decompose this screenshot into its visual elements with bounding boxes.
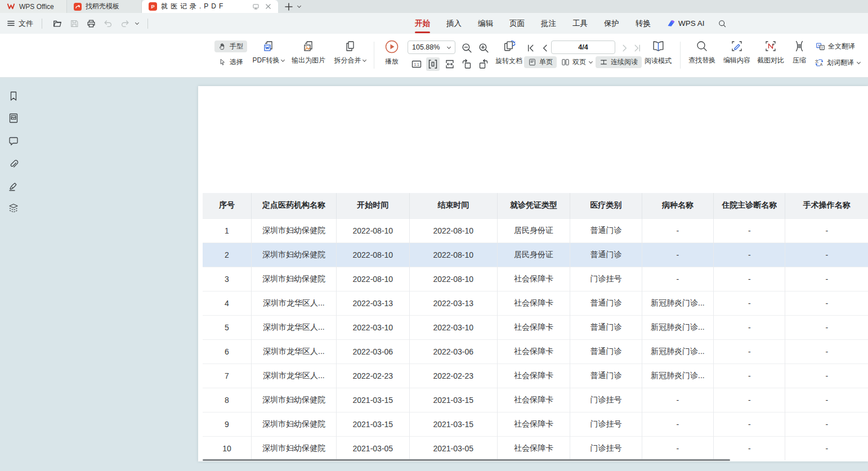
save-icon[interactable] xyxy=(68,17,81,30)
table-cell: - xyxy=(785,436,868,460)
tab-document[interactable]: P 就医记录.PDF xyxy=(142,0,278,13)
hamburger-icon[interactable] xyxy=(7,19,15,28)
menu-home[interactable]: 开始 xyxy=(415,19,430,29)
table-cell: - xyxy=(714,412,785,436)
table-row: 2深圳市妇幼保健院2022-08-102022-08-10居民身份证普通门诊--… xyxy=(203,243,868,267)
undo-icon[interactable] xyxy=(101,17,115,30)
table-cell: 2022-08-10 xyxy=(336,218,409,243)
comment-icon[interactable] xyxy=(7,134,20,148)
table-cell: 2022-03-06 xyxy=(336,339,409,364)
table-cell: - xyxy=(714,339,785,364)
read-mode-button[interactable]: 阅读模式 xyxy=(642,39,674,66)
table-header-cell: 定点医药机构名称 xyxy=(251,193,336,218)
menu-edit[interactable]: 编辑 xyxy=(478,19,493,29)
table-cell: 门诊挂号 xyxy=(570,388,642,412)
table-header-cell: 住院主诊断名称 xyxy=(714,193,785,218)
zoom-level-select[interactable]: 105.88% xyxy=(408,41,455,54)
compress-label: 压缩 xyxy=(793,56,806,65)
double-page-icon xyxy=(561,58,570,66)
select-tool-button[interactable]: 选择 xyxy=(214,56,247,68)
open-file-icon[interactable] xyxy=(51,17,64,30)
rotate-doc-button[interactable]: 旋转文档 xyxy=(493,39,525,66)
word-translate-icon: 文A xyxy=(815,58,824,68)
table-cell: 8 xyxy=(203,388,251,412)
menu-protect[interactable]: 保护 xyxy=(604,19,619,29)
thumbnail-icon[interactable] xyxy=(7,111,20,125)
menu-convert[interactable]: 转换 xyxy=(636,19,651,29)
record-table: 序号定点医药机构名称开始时间结束时间就诊凭证类型医疗类别病种名称住院主诊断名称手… xyxy=(203,193,868,460)
page-indicator-input[interactable]: 4/4 xyxy=(551,41,615,54)
table-cell: 2022-03-13 xyxy=(336,291,409,315)
table-cell: 6 xyxy=(203,339,251,364)
pdf-page[interactable]: 序号定点医药机构名称开始时间结束时间就诊凭证类型医疗类别病种名称住院主诊断名称手… xyxy=(198,86,868,461)
tab-list-chevron-icon[interactable] xyxy=(297,5,301,8)
single-page-button[interactable]: 单页 xyxy=(524,56,557,68)
next-page-icon[interactable] xyxy=(618,42,631,55)
table-cell: - xyxy=(785,388,868,412)
new-tab-icon[interactable] xyxy=(285,3,293,11)
table-cell: 社会保障卡 xyxy=(497,339,570,364)
rotate-left-icon[interactable] xyxy=(460,57,473,71)
menu-page[interactable]: 页面 xyxy=(509,19,525,29)
table-row: 9深圳市妇幼保健院2021-03-152021-03-15社会保障卡门诊挂号--… xyxy=(203,412,868,436)
first-page-icon[interactable] xyxy=(524,42,537,55)
divider xyxy=(147,19,148,29)
split-merge-button[interactable]: 拆分合并 xyxy=(331,39,369,65)
svg-text:A: A xyxy=(818,44,820,47)
export-image-button[interactable]: 输出为图片 xyxy=(289,39,328,65)
fit-width-icon[interactable] xyxy=(426,57,440,71)
bookmark-icon[interactable] xyxy=(7,89,20,103)
table-row: 3深圳市妇幼保健院2022-08-102022-08-10社会保障卡门诊挂号--… xyxy=(203,267,868,291)
menu-insert[interactable]: 插入 xyxy=(446,19,462,29)
export-image-label: 输出为图片 xyxy=(292,56,325,65)
file-menu[interactable]: 文件 xyxy=(19,19,33,29)
quickbar-chevron-icon[interactable] xyxy=(135,21,139,25)
table-cell: 2022-08-10 xyxy=(336,267,409,291)
table-cell: 2022-08-10 xyxy=(409,267,497,291)
rotate-right-icon[interactable] xyxy=(477,57,490,71)
table-cell: 居民身份证 xyxy=(497,218,570,243)
table-row: 1深圳市妇幼保健院2022-08-102022-08-10居民身份证普通门诊--… xyxy=(203,218,868,243)
full-translate-button[interactable]: A文 全文翻译 xyxy=(812,41,859,52)
table-cell: 社会保障卡 xyxy=(497,436,570,460)
pdf-convert-button[interactable]: PDF转换 xyxy=(250,39,287,65)
menu-tools[interactable]: 工具 xyxy=(572,19,588,29)
continuous-read-button[interactable]: 连续阅读 xyxy=(596,56,642,68)
compress-button[interactable]: 压缩 xyxy=(787,39,812,65)
table-cell: 2021-03-05 xyxy=(409,436,497,460)
table-cell: 新冠肺炎门诊... xyxy=(642,291,713,315)
table-cell: - xyxy=(785,291,868,315)
fit-page-icon[interactable] xyxy=(443,57,457,71)
menu-comment[interactable]: 批注 xyxy=(541,19,556,29)
edit-content-button[interactable]: 编辑内容 xyxy=(721,39,753,65)
play-button[interactable]: 播放 xyxy=(379,39,404,66)
menu-search-icon[interactable] xyxy=(718,19,727,28)
table-cell: 社会保障卡 xyxy=(497,364,570,388)
tab-window-icon[interactable] xyxy=(252,3,259,10)
zoom-out-icon[interactable] xyxy=(460,41,474,55)
tab-docer[interactable]: 找稻壳模板 xyxy=(67,0,142,13)
menu-wps-ai[interactable]: WPS AI xyxy=(667,19,705,28)
redo-icon[interactable] xyxy=(118,17,132,30)
signature-pen-icon[interactable] xyxy=(7,180,20,193)
table-cell: - xyxy=(785,218,868,243)
table-cell: 2021-03-15 xyxy=(409,412,497,436)
layers-icon[interactable] xyxy=(7,201,20,215)
tab-wps-office[interactable]: WPS Office xyxy=(0,0,67,13)
hand-tool-button[interactable]: 手型 xyxy=(214,41,247,52)
word-translate-button[interactable]: 文A 划词翻译 xyxy=(811,57,865,69)
print-icon[interactable] xyxy=(84,17,98,30)
double-page-chevron-icon xyxy=(589,60,593,64)
find-replace-button[interactable]: 查找替换 xyxy=(686,39,718,65)
compress-icon xyxy=(793,39,806,53)
double-page-button[interactable]: 双页 xyxy=(557,56,597,68)
tab-close-icon[interactable] xyxy=(265,3,271,10)
prev-page-icon[interactable] xyxy=(539,42,552,55)
attachment-icon[interactable] xyxy=(7,157,20,171)
screenshot-compare-button[interactable]: 截图对比 xyxy=(754,39,787,65)
actual-size-icon[interactable]: 1:1 xyxy=(410,57,423,71)
table-bottom-border xyxy=(203,459,730,461)
table-cell: 2022-03-13 xyxy=(409,291,497,315)
zoom-in-icon[interactable] xyxy=(477,41,491,55)
table-cell: 2021-03-15 xyxy=(336,412,409,436)
